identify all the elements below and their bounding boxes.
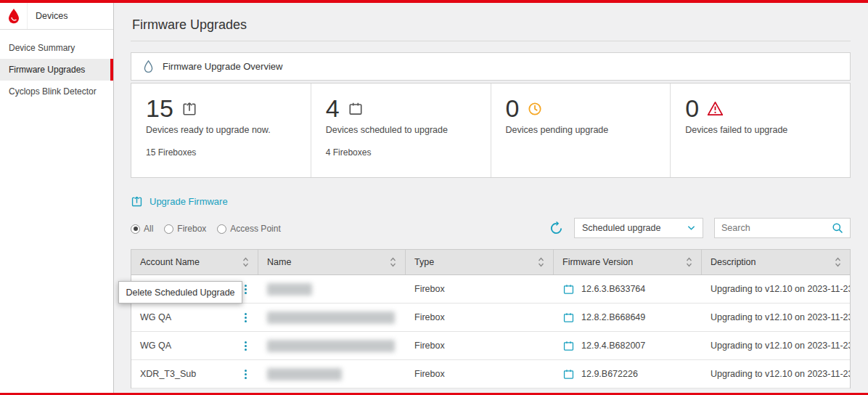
account-cell: XDR_T3_Sub <box>131 360 258 388</box>
table-row[interactable]: WG QA Firebox 12.9.4.B682007 Upgrading t… <box>131 332 850 360</box>
table-controls: Scheduled upgrade <box>549 218 851 238</box>
search-input[interactable] <box>721 223 832 233</box>
sidebar-item-device-summary[interactable]: Device Summary <box>0 37 113 59</box>
device-type-filter: All Firebox Access Point <box>131 224 281 238</box>
description-cell: Upgrading to v12.10 on 2023-11-23 <box>702 360 850 388</box>
name-cell <box>258 332 406 359</box>
firmware-cell: 12.9.4.B682007 <box>554 332 702 359</box>
overview-header: Firmware Upgrade Overview <box>131 53 850 80</box>
description-cell: Upgrading to v12.10 on 2023-11-23 <box>702 332 850 359</box>
stat-label: Devices ready to upgrade now. <box>146 125 296 135</box>
account-name: WG QA <box>140 312 171 322</box>
calendar-icon <box>562 340 575 352</box>
upgrade-filter-dropdown[interactable]: Scheduled upgrade <box>574 218 703 238</box>
row-menu-icon[interactable] <box>242 367 250 382</box>
type-cell: Firebox <box>406 275 554 303</box>
radio-label: All <box>144 224 153 234</box>
upgrade-firmware-label: Upgrade Firmware <box>150 196 228 207</box>
table-row[interactable]: WG QA Firebox 12.8.2.B668649 Upgrading t… <box>131 304 850 332</box>
calendar-icon <box>348 101 364 117</box>
name-cell <box>258 304 406 331</box>
sidebar-header: Devices <box>0 3 113 30</box>
stat-value: 15 <box>146 94 173 123</box>
firmware-version: 12.9.4.B682007 <box>581 341 645 351</box>
firmware-cell: 12.9.B672226 <box>554 360 702 388</box>
radio-label: Firebox <box>177 224 206 234</box>
stat-value: 0 <box>685 94 699 123</box>
upgrade-firmware-button[interactable]: Upgrade Firmware <box>131 195 228 208</box>
column-label: Type <box>414 257 434 267</box>
row-menu-icon[interactable] <box>242 338 250 354</box>
radio-all[interactable]: All <box>131 224 153 234</box>
sort-icon[interactable] <box>390 257 396 267</box>
chevron-down-icon <box>687 225 695 231</box>
column-header-type[interactable]: Type <box>406 250 554 274</box>
sort-icon[interactable] <box>242 257 249 267</box>
radio-dot <box>131 224 140 234</box>
clock-icon <box>527 101 543 117</box>
firmware-cell: 12.8.2.B668649 <box>554 304 702 331</box>
table-row[interactable]: XDR_T3_Sub Firebox 12.9.B672226 Upgradin… <box>131 360 850 388</box>
sort-icon[interactable] <box>835 257 841 267</box>
radio-dot <box>217 224 226 234</box>
stat-scheduled-to-upgrade: 4 Devices scheduled to upgrade 4 Firebox… <box>311 84 491 177</box>
refresh-icon[interactable] <box>549 221 563 235</box>
brand-logo[interactable] <box>0 3 28 29</box>
column-header-description[interactable]: Description <box>702 250 850 274</box>
column-label: Description <box>711 257 756 267</box>
firmware-version: 12.8.2.B668649 <box>581 312 645 322</box>
sort-icon[interactable] <box>686 257 692 267</box>
redacted-name <box>267 340 395 352</box>
radio-firebox[interactable]: Firebox <box>164 224 206 234</box>
upload-icon <box>131 195 143 208</box>
warning-icon <box>707 101 724 116</box>
calendar-icon <box>562 311 575 324</box>
stat-subtext: 4 Fireboxes <box>326 147 476 158</box>
stat-label: Devices scheduled to upgrade <box>326 125 476 135</box>
name-cell <box>258 360 406 388</box>
redacted-name <box>267 283 312 296</box>
upgrade-upload-icon <box>181 101 197 117</box>
row-menu-icon[interactable] <box>242 282 250 297</box>
page-title: Firmware Upgrades <box>131 13 851 41</box>
name-cell <box>258 275 406 303</box>
description-cell: Upgrading to v12.10 on 2023-11-23 <box>702 304 850 331</box>
stat-label: Devices pending upgrade <box>506 125 656 135</box>
firmware-version: 12.9.B672226 <box>581 369 638 379</box>
type-cell: Firebox <box>406 360 554 388</box>
filter-row: All Firebox Access Point Scheduled upgr <box>131 218 851 238</box>
stat-value: 0 <box>506 94 520 123</box>
search-icon[interactable] <box>832 222 843 234</box>
sidebar-menu: Device Summary Firmware Upgrades Cyclops… <box>0 30 113 102</box>
column-label: Name <box>267 257 291 267</box>
sidebar-section-title: Devices <box>28 11 67 21</box>
row-menu-icon[interactable] <box>242 310 250 325</box>
column-label: Account Name <box>140 257 200 267</box>
redacted-name <box>267 311 395 324</box>
column-header-account-name[interactable]: Account Name <box>131 250 258 274</box>
sidebar-item-firmware-upgrades[interactable]: Firmware Upgrades <box>0 59 113 81</box>
stat-subtext: 15 Fireboxes <box>146 147 296 158</box>
calendar-icon <box>562 283 575 296</box>
drop-outline-icon <box>142 60 155 73</box>
overview-title: Firmware Upgrade Overview <box>163 61 282 72</box>
sort-icon[interactable] <box>538 257 544 267</box>
firmware-cell: 12.6.3.B633764 <box>554 275 702 303</box>
account-cell: WG QA <box>131 332 258 359</box>
sidebar: Devices Device Summary Firmware Upgrades… <box>0 3 114 393</box>
sidebar-item-cyclops-blink-detector[interactable]: Cyclops Blink Detector <box>0 81 113 102</box>
firmware-version: 12.6.3.B633764 <box>581 284 645 294</box>
watchguard-drop-icon <box>7 8 21 24</box>
main-content: Firmware Upgrades Firmware Upgrade Overv… <box>114 3 868 393</box>
dropdown-selected-value: Scheduled upgrade <box>582 223 660 233</box>
context-menu-delete-scheduled-upgrade[interactable]: Delete Scheduled Upgrade <box>118 281 242 304</box>
search-box <box>714 218 851 238</box>
column-header-firmware-version[interactable]: Firmware Version <box>554 250 702 274</box>
stat-label: Devices failed to upgrade <box>685 125 835 135</box>
radio-label: Access Point <box>230 224 280 234</box>
account-name: XDR_T3_Sub <box>140 369 196 379</box>
description-cell: Upgrading to v12.10 on 2023-11-23 <box>702 275 850 303</box>
radio-access-point[interactable]: Access Point <box>217 224 280 234</box>
column-header-name[interactable]: Name <box>258 250 406 274</box>
stat-value: 4 <box>326 94 340 123</box>
